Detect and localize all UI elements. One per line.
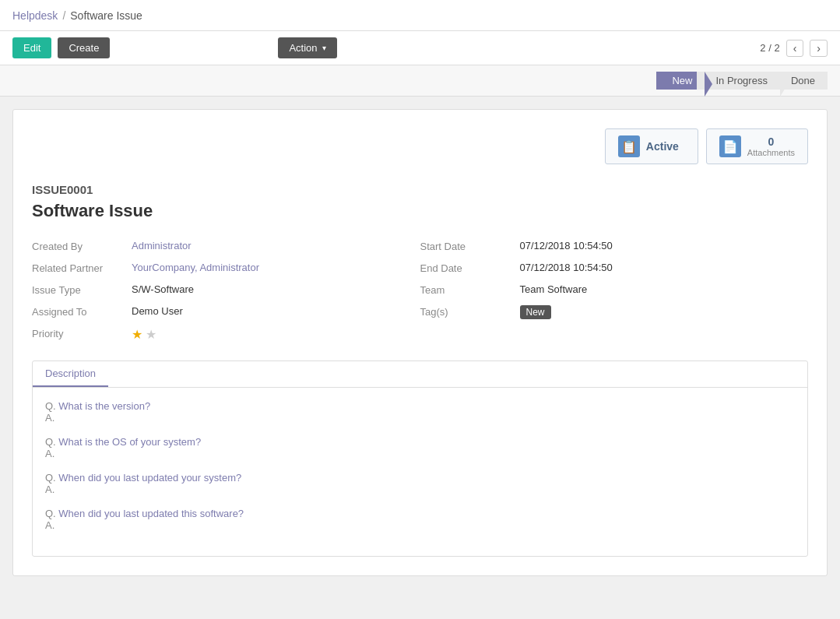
breadcrumb-current: Software Issue	[70, 9, 142, 22]
q-text-0[interactable]: What is the version?	[58, 400, 150, 412]
edit-button[interactable]: Edit	[12, 37, 51, 58]
related-partner-label: Related Partner	[32, 262, 125, 274]
end-date-label: End Date	[420, 262, 514, 274]
toolbar-left: Edit Create Action	[12, 37, 337, 58]
tags-row: Tag(s) New	[420, 305, 809, 319]
smart-buttons: 📋 Active 📄 0 Attachments	[32, 128, 808, 164]
q-label-3: Q.	[45, 508, 58, 519]
related-partner-value[interactable]: YourCompany, Administrator	[132, 262, 259, 273]
status-inprogress-label: In Progress	[715, 75, 767, 86]
qa-answer-0: A.	[45, 412, 795, 424]
qa-answer-2: A.	[45, 484, 795, 495]
attachments-icon: 📄	[719, 135, 741, 157]
priority-row: Priority ★ ★	[32, 327, 420, 342]
q-label-1: Q.	[45, 436, 58, 448]
attachments-label: Attachments	[747, 148, 795, 157]
action-button[interactable]: Action	[278, 37, 336, 58]
end-date-value: 07/12/2018 10:54:50	[520, 262, 613, 273]
qa-question-3: Q. When did you last updated this softwa…	[45, 508, 795, 519]
issue-type-value: S/W-Software	[132, 283, 194, 295]
assigned-to-label: Assigned To	[32, 305, 125, 318]
start-date-value: 07/12/2018 10:54:50	[520, 240, 613, 251]
q-label-0: Q.	[45, 400, 58, 412]
attachments-info: 0 Attachments	[747, 135, 795, 157]
attachments-count: 0	[747, 135, 795, 148]
qa-item-0: Q. What is the version? A.	[45, 400, 795, 424]
tab-header: Description	[33, 361, 807, 388]
fields-left: Created By Administrator Related Partner…	[32, 240, 420, 342]
priority-stars[interactable]: ★ ★	[132, 327, 156, 342]
pager-prev-button[interactable]: ‹	[786, 40, 804, 57]
star-2[interactable]: ★	[146, 328, 156, 341]
fields-right: Start Date 07/12/2018 10:54:50 End Date …	[420, 240, 809, 342]
tab-container: Description Q. What is the version? A. Q…	[32, 360, 808, 557]
related-partner-row: Related Partner YourCompany, Administrat…	[32, 262, 420, 274]
created-by-label: Created By	[32, 240, 125, 252]
issue-title: Software Issue	[32, 201, 808, 221]
qa-question-2: Q. When did you last updated your system…	[45, 472, 795, 484]
status-new-label: New	[672, 75, 692, 86]
created-by-row: Created By Administrator	[32, 240, 420, 252]
qa-item-2: Q. When did you last updated your system…	[45, 472, 795, 495]
team-value: Team Software	[520, 283, 588, 295]
top-bar: Helpdesk / Software Issue	[0, 0, 840, 31]
pager-info: 2 / 2	[760, 42, 779, 54]
attachments-smart-button[interactable]: 📄 0 Attachments	[706, 128, 808, 164]
start-date-label: Start Date	[420, 240, 514, 252]
fields-grid: Created By Administrator Related Partner…	[32, 240, 808, 342]
issue-type-label: Issue Type	[32, 283, 125, 296]
active-icon: 📋	[618, 135, 640, 157]
star-1[interactable]: ★	[132, 328, 142, 341]
q-label-2: Q.	[45, 472, 58, 484]
main-content: 📋 Active 📄 0 Attachments ISSUE0001 Softw…	[0, 97, 840, 589]
qa-answer-3: A.	[45, 519, 795, 531]
issue-type-row: Issue Type S/W-Software	[32, 283, 420, 296]
q-text-1[interactable]: What is the OS of your system?	[58, 436, 201, 448]
status-bar: New In Progress Done	[0, 65, 840, 97]
pager-next-button[interactable]: ›	[810, 40, 828, 57]
priority-label: Priority	[32, 327, 125, 339]
qa-question-1: Q. What is the OS of your system?	[45, 436, 795, 448]
qa-item-3: Q. When did you last updated this softwa…	[45, 508, 795, 531]
toolbar-right: 2 / 2 ‹ ›	[760, 40, 828, 57]
start-date-row: Start Date 07/12/2018 10:54:50	[420, 240, 809, 252]
breadcrumb-parent[interactable]: Helpdesk	[12, 9, 58, 22]
q-text-3[interactable]: When did you last updated this software?	[58, 508, 244, 519]
status-done-label: Done	[791, 75, 815, 86]
issue-number: ISSUE0001	[32, 183, 808, 196]
breadcrumb-separator: /	[62, 9, 65, 22]
tags-value: New	[520, 305, 551, 319]
team-label: Team	[420, 283, 514, 296]
tab-content: Q. What is the version? A. Q. What is th…	[33, 388, 807, 556]
team-row: Team Team Software	[420, 283, 809, 296]
end-date-row: End Date 07/12/2018 10:54:50	[420, 262, 809, 274]
created-by-value[interactable]: Administrator	[132, 240, 192, 251]
assigned-to-value: Demo User	[132, 305, 183, 317]
create-button[interactable]: Create	[58, 37, 110, 58]
tags-label: Tag(s)	[420, 305, 514, 318]
toolbar: Edit Create Action 2 / 2 ‹ ›	[0, 31, 840, 65]
active-smart-button[interactable]: 📋 Active	[605, 128, 698, 164]
tab-description[interactable]: Description	[33, 361, 108, 387]
qa-answer-1: A.	[45, 448, 795, 459]
record-card: 📋 Active 📄 0 Attachments ISSUE0001 Softw…	[12, 109, 828, 576]
qa-item-1: Q. What is the OS of your system? A.	[45, 436, 795, 459]
active-label: Active	[646, 140, 679, 153]
assigned-to-row: Assigned To Demo User	[32, 305, 420, 318]
q-text-2[interactable]: When did you last updated your system?	[58, 472, 241, 484]
breadcrumb: Helpdesk / Software Issue	[12, 9, 142, 22]
qa-question-0: Q. What is the version?	[45, 400, 795, 412]
